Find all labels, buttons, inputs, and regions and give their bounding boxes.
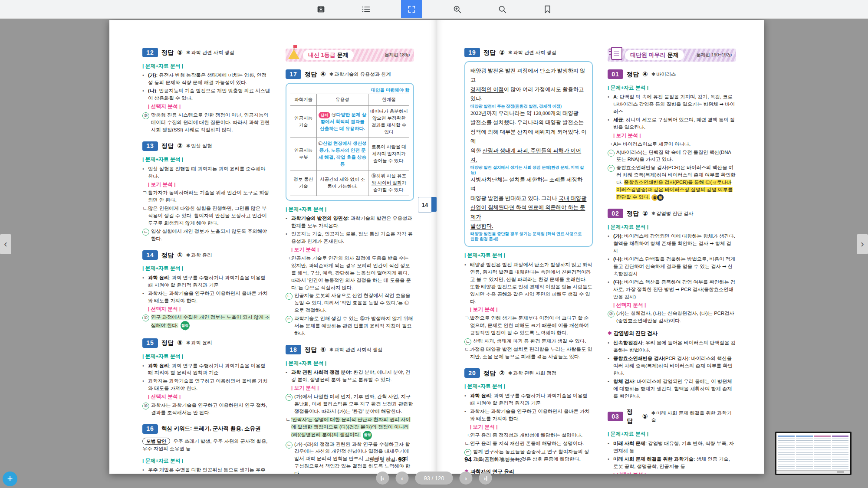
answer-label: 정답 <box>483 369 496 378</box>
prev-page-button[interactable]: ‹ <box>396 472 409 485</box>
paragraph-marker: • <box>608 278 609 286</box>
passage-line: 태양광 발전은 발전 과정에서 탄소가 발생하지 않고 <box>470 66 587 85</box>
paragraph-marker: • <box>608 255 609 263</box>
text-segment: ㉠ <box>332 112 336 117</box>
paragraph-marker: ㄱ <box>286 394 293 401</box>
answer-item-header: 13정답②✱임상 실험 <box>142 141 271 151</box>
answer-choice: ④ <box>642 69 648 79</box>
analysis-paragraph: ㄱ.연구 윤리 중 정직성과 개방성에 해당하는 설명이다. <box>464 432 593 439</box>
trap-badge: 함정 <box>363 431 372 440</box>
analysis-paragraph: ㄷ중합효소연쇄반응 검사(PCR)은 바이러스의 핵산을 여러 차례 증폭(복제… <box>608 164 736 201</box>
book-spread: 12정답⑤✱과학 관련 사회 쟁점| 문제+자료 분석 |•(가): 유전자 변… <box>109 20 764 474</box>
banner-title: 내신 1등급문제 <box>303 50 354 60</box>
section-label: | 선택지 분석 | <box>142 393 271 401</box>
analysis-paragraph: •(다): 바이러스 핵산을 증폭하여 감염 여부를 확인하는 검사로, 가장 … <box>608 278 736 301</box>
paragraph-marker: • <box>142 165 144 173</box>
next-page-arrow[interactable]: › <box>857 234 868 254</box>
sub-heading: ✱감염병의 진단 검사 <box>608 330 736 337</box>
analysis-paragraph: •과학 윤리: 과학 연구를 수행하거나 과학기술을 이용할 때 지켜야 할 윤… <box>464 392 593 407</box>
table-of-contents-icon[interactable] <box>356 2 376 16</box>
item-topic: ✱과학 관련 사회 쟁점 <box>508 370 556 377</box>
analysis-paragraph: ㄱ(가)에서 나열한 미세 먼지, 기후 변화, 간척 사업, 지구 온난화, … <box>286 393 414 415</box>
item-topic: ✱과학 관련 사회 쟁점 <box>186 49 234 56</box>
answer-label: 정답 <box>627 70 639 79</box>
analysis-paragraph: •우주 개발은 수명을 다한 인공위성 등으로 생기는 우주 쓰레기 문제와 군… <box>142 466 271 474</box>
answer-label: 정답 <box>483 48 496 57</box>
bookmark-icon[interactable] <box>537 2 557 16</box>
banner-title: 대단원 마무리문제 <box>625 50 684 60</box>
answer-item-header: 19정답②✱과학 관련 사회 쟁점 <box>464 48 593 58</box>
paragraph-marker: ㄷ <box>286 316 293 323</box>
passage-line: 산업이 침체된다면 화석 연료에 의존해야 하는 문제가 <box>470 203 587 222</box>
left-page-column-1: 12정답⑤✱과학 관련 사회 쟁점| 문제+자료 분석 |•(가): 유전자 변… <box>142 48 271 474</box>
paragraph-marker: ㄴ. <box>464 440 470 447</box>
last-page-button[interactable]: › <box>479 472 492 485</box>
table-header-row: 과학기술유용성한계점 <box>290 94 409 105</box>
analysis-paragraph: ㄴ산림 파괴, 생태계 파괴 등 환경 문제가 생길 수 있다. <box>464 337 593 345</box>
search-icon[interactable] <box>492 2 512 16</box>
limitation-cell: 데이터가 충분하지 않으면 부정확한 결과를 제시할 수 있다 <box>368 105 410 138</box>
paragraph-marker: ㄱ. <box>464 432 470 439</box>
section-label: | 문제+자료 분석 | <box>142 353 271 360</box>
paragraph-marker: • <box>464 392 466 400</box>
section-label: | 보기 분석 | <box>286 384 414 392</box>
text-segment: 세균 <box>613 117 623 122</box>
section-label: | 문제+자료 분석 | <box>286 206 414 213</box>
banner-page-ref: 문제편 189p <box>385 52 410 59</box>
analysis-paragraph: •과학자는 과학기술을 연구하고 이용하면서 올바른 가치와 태도를 가져야 한… <box>142 377 271 392</box>
tech-cell: 정보 통신 기술 <box>290 170 317 196</box>
limitation-cell: ⓐ허위 사실 유포와 사이버 범죄가 증가할 수 있다. <box>368 170 410 196</box>
text-segment: 과학 윤리 <box>470 393 491 398</box>
tip-badge: 꿀팁 <box>651 194 664 201</box>
paragraph-marker: ㄱ. <box>464 314 470 322</box>
answer-item-header: 17정답④✱과학기술의 유용성과 한계 <box>286 69 414 79</box>
analysis-paragraph: •과학 윤리: 과학 연구를 수행하거나 과학기술을 이용할 때 지켜야 할 윤… <box>142 362 271 377</box>
answer-choice: ② <box>499 48 505 58</box>
thumbnail-resize-handle[interactable] <box>837 471 844 473</box>
paragraph-marker: • <box>464 261 466 269</box>
paragraph-marker: ㄷ <box>608 165 615 172</box>
paragraph-marker: • <box>608 378 609 385</box>
first-page-button[interactable]: ‹ <box>376 472 389 485</box>
paragraph-marker: ㄴ <box>464 338 471 345</box>
table-annotation: 대안을 마련해야 함 <box>290 87 409 93</box>
analysis-paragraph: ㄷ과학기술로 인해 생길 수 있는 ⓐ가 발생하지 않기 위해서는 문제를 예방… <box>286 315 414 337</box>
item-number-badge: 15 <box>142 338 158 348</box>
preview-thumbnail[interactable] <box>775 432 852 475</box>
page-indicator[interactable]: 93 / 120 <box>415 472 453 485</box>
previous-page-arrow[interactable]: ‹ <box>0 234 11 254</box>
text-segment: ㉡ <box>318 141 323 146</box>
zoom-in-icon[interactable] <box>447 2 467 16</box>
tech-table-box: 대안을 마련해야 함과학기술유용성한계점인공지능 기술단서㉠다양한 문제 상황에… <box>286 83 414 201</box>
paragraph-marker: ⑤ <box>142 403 149 409</box>
analysis-paragraph: •A: 단백질 막 속에 유전 물질을 가지며, 감기, 독감, 코로나바이러스… <box>608 93 736 115</box>
paragraph-marker: • <box>286 369 287 376</box>
answer-label: 정답 <box>161 48 174 57</box>
next-page-button[interactable]: › <box>460 472 473 485</box>
section-label: | 보기 분석 | <box>608 132 736 140</box>
usefulness-cell: 시공간의 제약 없이 소통이 가능하다. <box>317 170 368 196</box>
analysis-paragraph: •신속항원검사: 우리 몸에 들어온 바이러스의 단백질을 검출하는 방법이다. <box>608 339 736 354</box>
answer-item-header: 01정답④✱바이러스 <box>608 69 736 79</box>
text-segment: 국내 태양광 <box>559 195 587 201</box>
download-icon[interactable] <box>311 2 331 16</box>
section-label: | 보기 분석 | <box>464 306 593 314</box>
item-number-badge: 12 <box>142 48 158 57</box>
item-number-badge: 17 <box>286 69 301 79</box>
text-segment: 중합효소연쇄반응 검사(PCR)를 통해 ㉡(코로나바이러스감염증)과 같은 바… <box>616 180 733 200</box>
asterisk: ✱ <box>651 72 655 77</box>
fullscreen-icon[interactable] <box>401 0 422 18</box>
add-button[interactable]: + <box>3 472 17 486</box>
asterisk: ✱ <box>508 370 512 376</box>
banner-title-accent: 내신 1등급 <box>308 52 335 58</box>
analysis-paragraph: •(나): 바이러스 단백질을 검출하는 방법으로, 비용이 적게 들고 간단하… <box>608 255 736 278</box>
chapter-tab[interactable]: 14 <box>418 197 431 213</box>
analysis-paragraph: •인공지능 기술, 인공지능 로봇, 정보 통신 기술은 각각 유용성과 한계가… <box>286 230 414 245</box>
passage-line: 태양광 발전을 중단할 경우 생기는 문제점 (화석 연료 사용으로 인한 환경… <box>470 231 587 242</box>
paragraph-marker: • <box>608 116 609 124</box>
analysis-paragraph: •중합효소연쇄반응 검사(PCR 검사): 바이러스의 핵산을 여러 차례 증폭… <box>608 355 736 377</box>
page-number: 94 <box>464 455 472 463</box>
paragraph-marker: ㄱ. <box>286 255 292 262</box>
right-page-column-2: 대단원 마무리문제문제편 190~192p01정답④✱바이러스| 문제+자료 분… <box>608 48 736 474</box>
passage-line: 발전소를 설치했다. 우리나라의 태양광 발전소는 <box>470 118 587 128</box>
